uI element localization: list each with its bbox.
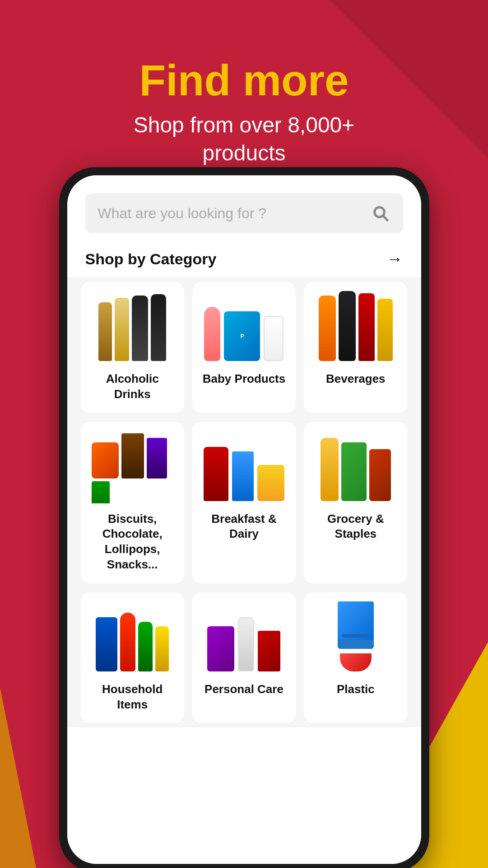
plastic-label: Plastic [337, 682, 375, 697]
omo-box-icon [96, 617, 117, 671]
plastic-chair-icon [338, 601, 374, 649]
category-card-household-items[interactable]: Household Items [81, 592, 184, 723]
category-card-biscuits-snacks[interactable]: Biscuits, Chocolate, Lollipops, Snacks..… [81, 422, 184, 583]
category-card-baby-products[interactable]: P Baby Products [192, 282, 296, 413]
category-card-alcoholic-drinks[interactable]: Alcoholic Drinks [81, 282, 184, 413]
phone-inner: What are you looking for ? Shop by Categ… [67, 175, 421, 864]
baby-products-image: P [199, 291, 289, 363]
plastic-image [311, 601, 400, 674]
biscuits-snacks-label: Biscuits, Chocolate, Lollipops, Snacks..… [88, 511, 177, 572]
alcoholic-drinks-label: Alcoholic Drinks [88, 371, 177, 402]
oil-bottle-icon [321, 438, 339, 501]
category-card-breakfast-dairy[interactable]: Breakfast & Dairy [192, 422, 296, 583]
bev-dark-icon [339, 291, 356, 361]
category-row-1: Alcoholic Drinks P Baby Products [81, 282, 408, 413]
butter-tub-icon [257, 465, 284, 501]
search-input-placeholder[interactable]: What are you looking for ? [98, 205, 363, 222]
baby-bottle-icon [204, 307, 220, 361]
category-arrow-icon[interactable]: → [387, 249, 403, 268]
nescafe-jar-icon [204, 447, 228, 501]
household-items-label: Household Items [88, 682, 177, 713]
vim-bottle-icon [138, 622, 153, 671]
colgate-box-icon [258, 631, 280, 671]
bev-black-icon [358, 293, 375, 361]
breakfast-dairy-image [199, 431, 289, 503]
category-card-personal-care[interactable]: Personal Care [192, 592, 296, 723]
category-row-2: Biscuits, Chocolate, Lollipops, Snacks..… [81, 422, 408, 583]
snack-choc1-icon [121, 433, 144, 479]
beverages-image [311, 291, 400, 363]
bev-yellow-icon [377, 299, 393, 361]
doom-can-icon [120, 613, 135, 671]
household-items-image [88, 601, 177, 674]
headline: Find more [139, 59, 349, 102]
bottle-icon-2 [115, 298, 129, 361]
category-card-grocery-staples[interactable]: Grocery & Staples [304, 422, 407, 583]
bev-orange-icon [319, 296, 336, 361]
svg-point-0 [374, 207, 384, 217]
bg-decoration-bottom-left [0, 687, 36, 868]
subheadline: Shop from over 8,000+products [134, 111, 355, 168]
svg-line-1 [383, 216, 388, 221]
always-pack-icon [207, 626, 234, 671]
category-card-beverages[interactable]: Beverages [304, 282, 407, 413]
bottle-icon-1 [98, 302, 112, 361]
house-bottle2-icon [155, 626, 169, 671]
search-bar[interactable]: What are you looking for ? [85, 193, 403, 233]
phone-mockup: What are you looking for ? Shop by Categ… [59, 167, 429, 868]
snack-bag-icon [92, 442, 119, 479]
personal-care-label: Personal Care [204, 682, 284, 697]
search-section: What are you looking for ? [67, 175, 421, 242]
royco-pack-icon [369, 449, 391, 501]
phone-content: What are you looking for ? Shop by Categ… [67, 175, 421, 864]
snack-box-icon [92, 481, 110, 503]
category-row-3: Household Items Personal Care [81, 592, 408, 723]
grocery-staples-image [311, 431, 400, 503]
beverages-label: Beverages [326, 371, 386, 387]
breakfast-dairy-label: Breakfast & Dairy [199, 511, 289, 542]
alcoholic-drinks-image [88, 291, 177, 363]
bottle-icon-4 [151, 294, 166, 361]
category-title: Shop by Category [85, 250, 217, 268]
baby-powder-icon [264, 316, 284, 361]
category-grid: Alcoholic Drinks P Baby Products [67, 277, 421, 727]
phone-outer: What are you looking for ? Shop by Categ… [59, 167, 429, 868]
grocery-pack-icon [341, 442, 367, 501]
bottle-icon-3 [132, 296, 148, 361]
header-area: Find more Shop from over 8,000+products [0, 0, 488, 190]
personal-care-image [199, 601, 289, 674]
biscuits-snacks-image [88, 431, 177, 503]
category-header: Shop by Category → [67, 242, 421, 277]
category-card-plastic[interactable]: Plastic [304, 592, 407, 723]
search-icon[interactable] [371, 203, 390, 223]
milk-carton-icon [232, 451, 254, 501]
dove-bottle-icon [238, 617, 254, 671]
snack-choc2-icon [147, 438, 167, 479]
baby-products-label: Baby Products [203, 371, 286, 387]
grocery-staples-label: Grocery & Staples [311, 511, 400, 542]
plastic-basin-icon [340, 653, 372, 671]
pampers-box-icon: P [224, 311, 260, 361]
